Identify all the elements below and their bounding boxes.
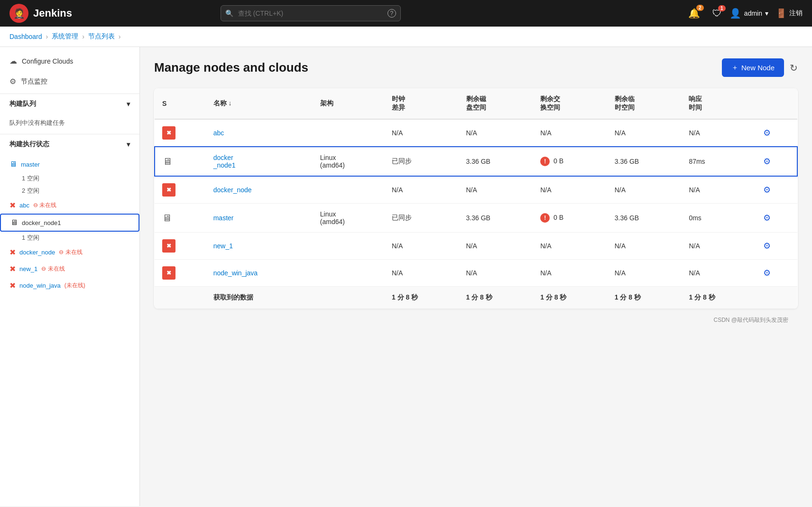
table-row-selected: 🖥 docker_node1 Linux(amd64) 已同步 3.36 GB …	[155, 147, 797, 176]
row-gear-docker1[interactable]: ⚙	[756, 147, 797, 176]
win-java-offline-badge: (未在线)	[65, 282, 85, 290]
sidebar-node-master[interactable]: 🖥 master	[0, 156, 139, 172]
row-name-dockernode[interactable]: docker_node	[206, 176, 313, 204]
new1-offline-badge: ⊖ 未在线	[41, 265, 65, 273]
col-header-resp: 响应时间	[681, 88, 756, 119]
refresh-button[interactable]: ↻	[790, 62, 798, 74]
gear-icon[interactable]: ⚙	[763, 213, 771, 223]
node-link-abc[interactable]: abc	[213, 129, 224, 137]
search-input[interactable]	[221, 5, 401, 21]
row-name-winjava[interactable]: node_win_java	[206, 260, 313, 287]
footer-actions	[756, 287, 797, 309]
node-link-master[interactable]: master	[213, 214, 234, 222]
search-icon: 🔍	[225, 9, 233, 17]
breadcrumb-sep-3: ›	[119, 33, 121, 40]
build-queue-header[interactable]: 构建队列 ▾	[0, 94, 139, 114]
col-header-s: S	[155, 88, 206, 119]
user-icon: 👤	[729, 8, 741, 19]
sidebar-node-new1[interactable]: ✖ new_1 ⊖ 未在线	[0, 261, 139, 277]
row-gear-abc[interactable]: ⚙	[756, 119, 797, 147]
row-gear-dockernode[interactable]: ⚙	[756, 176, 797, 204]
row-status-new1: ✖	[155, 233, 206, 260]
security-button[interactable]: 🛡 1	[712, 8, 722, 19]
row-disk-winjava: N/A	[459, 260, 533, 287]
row-status-abc: ✖	[155, 119, 206, 147]
gear-icon[interactable]: ⚙	[763, 241, 771, 251]
row-clock-docker1: 已同步	[384, 147, 459, 176]
row-gear-new1[interactable]: ⚙	[756, 233, 797, 260]
breadcrumb-dashboard[interactable]: Dashboard	[9, 33, 42, 40]
offline-icon-dockernode: ✖	[9, 248, 16, 257]
master-idle-2: 2 空闲	[0, 185, 139, 197]
notifications-badge: 2	[696, 5, 704, 11]
row-name-docker1[interactable]: docker_node1	[206, 147, 313, 176]
row-resp-abc: N/A	[681, 119, 756, 147]
gear-icon[interactable]: ⚙	[763, 185, 771, 195]
search-help-icon[interactable]: ?	[388, 9, 396, 18]
row-disk-dockernode: N/A	[459, 176, 533, 204]
footer-resp: 1 分 8 秒	[681, 287, 756, 309]
build-exec-header[interactable]: 构建执行状态 ▾	[0, 134, 139, 154]
sidebar-node-abc[interactable]: ✖ abc ⊖ 未在线	[0, 197, 139, 214]
abc-offline-badge: ⊖ 未在线	[33, 201, 56, 209]
build-exec-chevron: ▾	[127, 141, 130, 148]
main-content: Manage nodes and clouds ＋ New Node ↻ S 名…	[140, 47, 812, 506]
row-swap-new1: N/A	[533, 233, 607, 260]
build-exec-label: 构建执行状态	[9, 140, 49, 149]
gear-icon[interactable]: ⚙	[763, 128, 771, 138]
row-name-abc[interactable]: abc	[206, 119, 313, 147]
col-header-name[interactable]: 名称 ↓	[206, 88, 313, 119]
row-clock-abc: N/A	[384, 119, 459, 147]
offline-status-icon: ✖	[162, 183, 175, 197]
logout-label: 注销	[789, 9, 803, 18]
content-header: Manage nodes and clouds ＋ New Node ↻	[154, 58, 798, 77]
gear-settings-icon: ⚙	[9, 77, 16, 86]
cloud-icon: ☁	[9, 56, 17, 66]
admin-menu[interactable]: 👤 admin ▾	[729, 8, 768, 19]
page-title: Manage nodes and clouds	[154, 60, 308, 75]
row-gear-master[interactable]: ⚙	[756, 204, 797, 233]
sidebar-item-configure-clouds[interactable]: ☁ Configure Clouds	[0, 51, 139, 71]
col-header-actions	[756, 88, 797, 119]
row-resp-docker1: 87ms	[681, 147, 756, 176]
breadcrumb-system[interactable]: 系统管理	[52, 32, 78, 41]
docker-node-name: docker_node	[19, 249, 55, 256]
table-header-row: S 名称 ↓ 架构 时钟差异 剩余磁盘空间 剩余交换空间 剩余临时空间 响应时间	[155, 88, 797, 119]
node-link-winjava[interactable]: node_win_java	[213, 269, 258, 277]
monitor-icon-master: 🖥	[9, 160, 17, 169]
node-link-dockernode[interactable]: docker_node	[213, 186, 252, 194]
gear-icon[interactable]: ⚙	[763, 157, 771, 166]
row-tmp-winjava: N/A	[607, 260, 682, 287]
row-status-docker1: 🖥	[155, 147, 206, 176]
chevron-down-icon: ▾	[765, 9, 768, 17]
header-actions: 🔔 2 🛡 1 👤 admin ▾ 🚪 注销	[688, 8, 803, 19]
gear-icon[interactable]: ⚙	[763, 268, 771, 278]
row-name-master[interactable]: master	[206, 204, 313, 233]
nodes-table: S 名称 ↓ 架构 时钟差异 剩余磁盘空间 剩余交换空间 剩余临时空间 响应时间	[154, 88, 798, 309]
row-swap-master: ! 0 B	[533, 204, 607, 233]
swap-value-master: 0 B	[554, 214, 563, 221]
new-node-button[interactable]: ＋ New Node	[722, 58, 784, 77]
row-status-master: 🖥	[155, 204, 206, 233]
row-tmp-dockernode: N/A	[607, 176, 682, 204]
offline-icon-abc: ✖	[9, 201, 16, 210]
jenkins-logo[interactable]: 🤵 Jenkins	[9, 4, 72, 23]
build-queue-empty-label: 队列中没有构建任务	[0, 116, 139, 130]
row-tmp-abc: N/A	[607, 119, 682, 147]
sidebar-node-docker-node[interactable]: ✖ docker_node ⊖ 未在线	[0, 244, 139, 261]
sidebar-node-docker-node1[interactable]: 🖥 docker_node1	[0, 214, 139, 232]
row-gear-winjava[interactable]: ⚙	[756, 260, 797, 287]
node-link-docker1[interactable]: docker_node1	[213, 154, 236, 169]
node-link-new1[interactable]: new_1	[213, 242, 233, 250]
row-arch-winjava	[313, 260, 384, 287]
logout-button[interactable]: 🚪 注销	[776, 8, 803, 19]
sidebar-item-node-monitor[interactable]: ⚙ 节点监控	[0, 71, 139, 92]
col-header-clock: 时钟差异	[384, 88, 459, 119]
breadcrumb-nodes[interactable]: 节点列表	[88, 32, 115, 41]
footer-swap: 1 分 8 秒	[533, 287, 607, 309]
abc-node-name: abc	[19, 202, 29, 209]
sidebar-node-win-java[interactable]: ✖ node_win_java (未在线)	[0, 277, 139, 294]
notifications-button[interactable]: 🔔 2	[688, 8, 700, 19]
jenkins-logo-text: Jenkins	[33, 7, 72, 19]
row-name-new1[interactable]: new_1	[206, 233, 313, 260]
